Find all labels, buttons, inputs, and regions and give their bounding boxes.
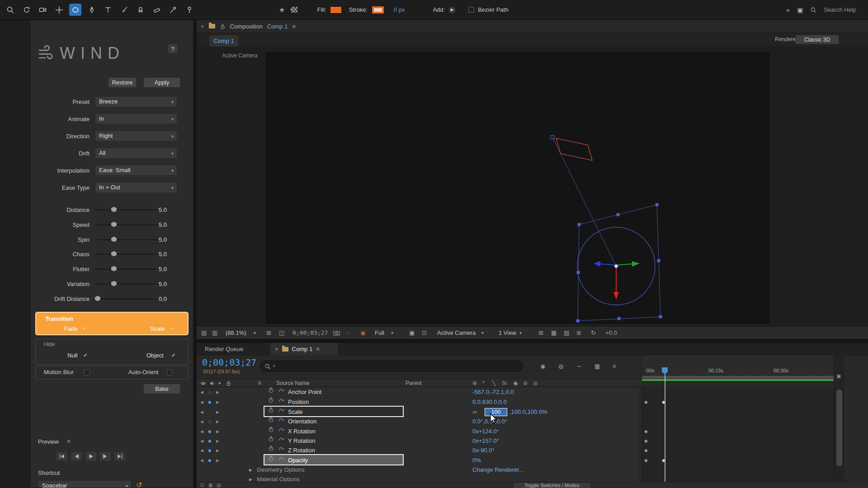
stopwatch-icon[interactable]: [268, 446, 274, 451]
show-snapshot-icon[interactable]: ◌: [347, 327, 350, 339]
frame-blend-icon[interactable]: ◍: [558, 361, 563, 372]
transition-scale-label[interactable]: Scale: [150, 325, 165, 332]
camera-tool-icon[interactable]: [37, 4, 49, 16]
close-icon[interactable]: ×: [201, 23, 204, 30]
refresh-icon[interactable]: ↻: [591, 327, 596, 339]
shape-star-icon[interactable]: ★: [279, 6, 285, 14]
variation-value[interactable]: 5.0: [157, 281, 167, 287]
type-tool-icon[interactable]: [102, 4, 114, 16]
property-name[interactable]: Position: [288, 397, 309, 407]
panel-menu-icon[interactable]: ≡: [316, 346, 320, 352]
scale-check-icon[interactable]: ✓: [170, 325, 175, 332]
timeline-search-input[interactable]: ▾: [260, 361, 523, 372]
add-property-button[interactable]: ▶: [448, 6, 456, 14]
kf-prev-icon[interactable]: ◀: [200, 407, 203, 417]
help-button[interactable]: ?: [168, 44, 178, 54]
graph-icon[interactable]: [278, 397, 284, 403]
shortcut-select[interactable]: Spacebar▾: [38, 480, 132, 488]
kf-prev-icon[interactable]: ◀: [200, 397, 203, 407]
kf-toggle-icon[interactable]: ◇: [208, 417, 212, 427]
distance-slider[interactable]: [95, 209, 157, 211]
kf-toggle-icon[interactable]: ◇: [208, 387, 212, 397]
property-name[interactable]: X Rotation: [288, 427, 316, 436]
stopwatch-icon[interactable]: [268, 455, 274, 461]
camera-view-select[interactable]: Active Camera: [437, 327, 476, 339]
property-name[interactable]: Z Rotation: [288, 446, 315, 455]
search-help-input[interactable]: Search Help: [824, 6, 856, 13]
kf-toggle-icon[interactable]: ◆: [208, 455, 212, 465]
current-timecode[interactable]: 0;00;03;27: [202, 357, 256, 368]
stopwatch-icon[interactable]: [268, 436, 274, 442]
shy-icon[interactable]: ◉: [540, 361, 545, 372]
keyframe-lane[interactable]: [642, 387, 834, 482]
restore-button[interactable]: Restore: [108, 77, 137, 88]
chevron-down-icon[interactable]: ▾: [391, 327, 393, 339]
grid-options-icon[interactable]: ⊞: [538, 327, 543, 339]
keyframe-icon[interactable]: ◆: [644, 399, 648, 405]
property-name[interactable]: Y Rotation: [288, 436, 315, 446]
preset-select[interactable]: Breeze▾: [95, 96, 177, 107]
apply-button[interactable]: Apply: [143, 77, 180, 88]
audio-icon[interactable]: [209, 380, 215, 386]
keyframe-icon[interactable]: ◆: [644, 438, 648, 444]
previous-frame-button[interactable]: [71, 451, 82, 461]
comp-timecode[interactable]: 0;00;03;27: [292, 327, 328, 339]
region-of-interest-icon[interactable]: ◫: [279, 327, 284, 339]
column-parent[interactable]: Parent: [406, 379, 421, 387]
slider-knob[interactable]: [111, 266, 117, 272]
kf-toggle-icon[interactable]: ◆: [208, 446, 212, 455]
link-dimensions-icon[interactable]: ∞: [473, 407, 477, 417]
fade-check-icon[interactable]: ✓: [82, 325, 87, 332]
expand-layer-icon[interactable]: ⊡: [200, 482, 204, 488]
rotate-tool-icon[interactable]: [20, 4, 33, 16]
animate-select[interactable]: In▾: [95, 113, 177, 124]
auto-orient-checkbox[interactable]: [167, 370, 173, 375]
pen-tool-icon[interactable]: [85, 4, 98, 16]
fill-swatch[interactable]: [330, 6, 342, 14]
stopwatch-icon[interactable]: [268, 427, 274, 432]
overflow-chevrons-icon[interactable]: »: [786, 6, 790, 14]
tab-render-queue[interactable]: Render Queue: [205, 343, 243, 355]
transparency-grid-icon[interactable]: [290, 6, 298, 13]
chevron-down-icon[interactable]: ▾: [519, 327, 522, 339]
first-frame-button[interactable]: [56, 451, 68, 461]
bezier-path-checkbox[interactable]: [468, 7, 474, 13]
kf-prev-icon[interactable]: ◀: [200, 417, 203, 427]
preview-menu-icon[interactable]: ≡: [67, 438, 71, 445]
close-icon[interactable]: ×: [275, 346, 278, 352]
slider-knob[interactable]: [95, 296, 100, 301]
exposure-value[interactable]: +0.0: [605, 327, 617, 339]
tab-comp-1[interactable]: Comp 1: [209, 35, 238, 47]
kf-toggle-icon[interactable]: ◆: [208, 427, 212, 436]
pane-icon[interactable]: ▣: [409, 327, 415, 339]
motion-blur-icon[interactable]: ∼: [576, 361, 581, 372]
kf-next-icon[interactable]: ▶: [216, 417, 219, 427]
kf-next-icon[interactable]: ▶: [216, 387, 219, 397]
speed-slider[interactable]: [95, 224, 157, 225]
hide-object-label[interactable]: Object: [146, 352, 164, 359]
property-value[interactable]: 0x+157.0°: [472, 436, 499, 446]
graph-icon[interactable]: [278, 427, 284, 432]
graph-icon[interactable]: [278, 407, 284, 413]
next-frame-button[interactable]: [99, 451, 111, 461]
direction-select[interactable]: Right▾: [95, 131, 177, 141]
property-name[interactable]: Scale: [288, 407, 303, 417]
eraser-tool-icon[interactable]: [151, 4, 163, 16]
slider-knob[interactable]: [111, 281, 117, 286]
drift-distance-value[interactable]: 0.0: [157, 296, 167, 302]
brush-tool-icon[interactable]: [118, 4, 130, 16]
slider-knob[interactable]: [111, 237, 117, 242]
chevron-down-icon[interactable]: ▾: [273, 364, 275, 368]
channel-wheel-icon[interactable]: ◉: [360, 327, 365, 339]
stroke-swatch[interactable]: [372, 6, 384, 14]
stopwatch-icon[interactable]: [268, 387, 274, 393]
monitor-icon[interactable]: ▤: [201, 327, 207, 339]
resolution-select[interactable]: Full: [375, 327, 384, 339]
expand-modes-icon[interactable]: ▦: [208, 482, 212, 488]
composition-tab-comp-name[interactable]: Comp 1: [267, 23, 288, 30]
stopwatch-icon[interactable]: [268, 417, 274, 422]
property-value[interactable]: 0.0,630.0,0.0: [472, 397, 507, 407]
kf-prev-icon[interactable]: ◀: [200, 387, 203, 397]
keyframe-icon[interactable]: ◆: [644, 429, 648, 434]
drift-select[interactable]: All▾: [95, 148, 177, 159]
